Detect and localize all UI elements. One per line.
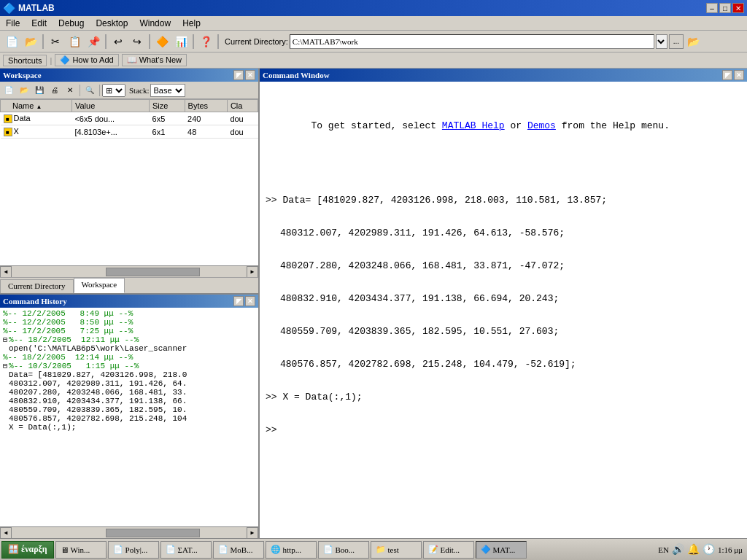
- history-entry[interactable]: 480207.280, 4203248.066, 168.481, 33.: [3, 388, 255, 397]
- command-window-title-bar: Command Window ◤ ✕: [260, 69, 747, 82]
- history-horizontal-scrollbar[interactable]: ◀ ▶: [0, 526, 258, 538]
- scroll-left-arrow[interactable]: ◀: [0, 266, 12, 278]
- history-undock-button[interactable]: ◤: [233, 296, 244, 306]
- main-content: Workspace ◤ ✕ 📄 📂 💾 🖨 ✕ 🔍 ⊞☰ Stack:: [0, 69, 747, 538]
- ws-save-button[interactable]: 💾: [32, 84, 47, 97]
- stack-select[interactable]: Base: [150, 84, 185, 97]
- history-scroll-track[interactable]: [12, 529, 247, 537]
- history-close-button[interactable]: ✕: [245, 296, 255, 306]
- cut-button[interactable]: ✂: [47, 33, 64, 50]
- how-to-add-button[interactable]: 🔷 How to Add: [55, 54, 118, 66]
- scroll-thumb[interactable]: [106, 268, 200, 276]
- tab-current-directory[interactable]: Current Directory: [0, 279, 74, 293]
- cmd-undock-button[interactable]: ◤: [722, 70, 732, 80]
- taskbar-item-test[interactable]: 📁 test: [371, 541, 422, 559]
- taskbar-item-win[interactable]: 🖥 Win...: [55, 541, 107, 559]
- panel-tabs: Current Directory Workspace: [0, 277, 258, 293]
- menu-debug[interactable]: Debug: [55, 18, 87, 29]
- redo-button[interactable]: ↪: [128, 33, 146, 50]
- history-scroll-thumb[interactable]: [106, 529, 200, 537]
- taskbar-item-mob[interactable]: 📄 MoB...: [213, 541, 264, 559]
- undo-button[interactable]: ↩: [109, 33, 127, 50]
- ws-new-var-button[interactable]: 📄: [1, 84, 16, 97]
- history-scroll-left[interactable]: ◀: [0, 527, 12, 539]
- new-file-button[interactable]: 📄: [3, 33, 20, 50]
- open-dir-button[interactable]: 📂: [685, 33, 703, 50]
- menu-file[interactable]: File: [3, 18, 23, 29]
- collapse-icon[interactable]: ⊟: [3, 335, 7, 344]
- toolbar: 📄 📂 ✂ 📋 📌 ↩ ↪ 🔶 📊 ❓ Current Directory: .…: [0, 31, 747, 52]
- history-entry[interactable]: X = Data(:,1);: [3, 423, 255, 432]
- tab-workspace[interactable]: Workspace: [74, 278, 125, 293]
- taskbar-icon-mat: 🔷: [481, 545, 491, 554]
- cmd-close-button[interactable]: ✕: [734, 70, 744, 80]
- taskbar-item-poly[interactable]: 📄 Poly|...: [108, 541, 159, 559]
- menu-desktop[interactable]: Desktop: [93, 18, 131, 29]
- demos-link[interactable]: Demos: [527, 120, 556, 131]
- history-content[interactable]: %-- 12/2/2005 8:49 μμ --% %-- 12/2/2005 …: [0, 308, 258, 526]
- workspace-horizontal-scrollbar[interactable]: ◀ ▶: [0, 265, 258, 277]
- history-entry[interactable]: 480312.007, 4202989.311, 191.426, 64.: [3, 379, 255, 388]
- paste-button[interactable]: 📌: [85, 33, 102, 50]
- history-entry[interactable]: 480832.910, 4203434.377, 191.138, 66.: [3, 397, 255, 405]
- ws-open-button[interactable]: 📂: [17, 84, 31, 97]
- taskbar-item-mat[interactable]: 🔷 MAT...: [476, 541, 527, 559]
- code-block[interactable]: >> Data= [481029.827, 4203126.998, 218.0…: [266, 173, 741, 457]
- col-header-name[interactable]: Name ▲: [1, 100, 72, 112]
- history-entry[interactable]: %-- 12/2/2005 8:49 μμ --%: [3, 309, 255, 318]
- menu-help[interactable]: Help: [179, 18, 204, 29]
- taskbar-item-edit[interactable]: 📝 Edit...: [423, 541, 474, 559]
- menu-window[interactable]: Window: [136, 18, 174, 29]
- history-entry[interactable]: %-- 12/2/2005 8:50 μμ --%: [3, 318, 255, 327]
- taskbar-item-boo[interactable]: 📄 Boo...: [318, 541, 369, 559]
- help-button[interactable]: ❓: [197, 33, 214, 50]
- ws-filter-button[interactable]: 🔍: [82, 84, 97, 97]
- maximize-button[interactable]: □: [719, 3, 731, 13]
- history-entry[interactable]: %-- 17/2/2005 7:25 μμ --%: [3, 327, 255, 335]
- col-header-size[interactable]: Size: [150, 100, 185, 112]
- collapse-icon-2[interactable]: ⊟: [3, 362, 7, 370]
- current-directory-dropdown[interactable]: [656, 34, 667, 49]
- browse-button[interactable]: ...: [669, 34, 684, 49]
- minimize-button[interactable]: –: [706, 3, 718, 13]
- current-directory-input[interactable]: [290, 34, 654, 49]
- copy-button[interactable]: 📋: [66, 33, 83, 50]
- ws-delete-button[interactable]: ✕: [63, 84, 77, 97]
- col-header-class[interactable]: Cla: [227, 100, 258, 112]
- history-entry[interactable]: %-- 18/2/2005 12:11 μμ --%: [9, 335, 139, 344]
- menu-bar: File Edit Debug Desktop Window Help: [0, 16, 747, 31]
- col-header-value[interactable]: Value: [71, 100, 149, 112]
- simulink-button[interactable]: 🔶: [153, 33, 171, 50]
- taskbar-item-http[interactable]: 🌐 http...: [266, 541, 317, 559]
- history-entry[interactable]: 480559.709, 4203839.365, 182.595, 10.: [3, 405, 255, 414]
- taskbar-icon-zat: 📄: [166, 545, 176, 554]
- history-entry[interactable]: Data= [481029.827, 4203126.998, 218.0: [3, 370, 255, 379]
- history-entry[interactable]: 480576.857, 4202782.698, 215.248, 104: [3, 414, 255, 423]
- guide-button[interactable]: 📊: [172, 33, 190, 50]
- col-header-bytes[interactable]: Bytes: [185, 100, 227, 112]
- shortcuts-button[interactable]: Shortcuts: [3, 55, 47, 66]
- table-row[interactable]: ■X [4.8103e+... 6x1 48 dou: [1, 125, 258, 139]
- history-entry[interactable]: open('C:\MATLAB6p5\work\Laser_scanner: [3, 344, 255, 353]
- history-scroll-right[interactable]: ▶: [247, 527, 258, 539]
- whats-new-button[interactable]: 📖 What's New: [122, 54, 187, 66]
- ws-view-select[interactable]: ⊞☰: [102, 84, 125, 97]
- workspace-undock-button[interactable]: ◤: [233, 70, 244, 80]
- history-entry[interactable]: %-- 10/3/2005 1:15 μμ --%: [9, 362, 139, 370]
- matlab-help-link[interactable]: MATLAB Help: [442, 120, 505, 131]
- taskbar-item-zat[interactable]: 📄 ΣAT...: [160, 541, 212, 559]
- taskbar-icon-win: 🖥: [61, 545, 69, 554]
- cmd-prompt-line[interactable]: >>: [266, 424, 741, 435]
- ws-print-button[interactable]: 🖨: [47, 84, 62, 97]
- open-button[interactable]: 📂: [22, 33, 39, 50]
- scroll-track[interactable]: [12, 268, 247, 276]
- scroll-right-arrow[interactable]: ▶: [247, 266, 258, 278]
- start-button[interactable]: 🪟 έναρξη: [1, 541, 54, 559]
- history-entry[interactable]: %-- 18/2/2005 12:14 μμ --%: [3, 353, 255, 362]
- menu-edit[interactable]: Edit: [28, 18, 50, 29]
- table-row[interactable]: ■Data <6x5 dou... 6x5 240 dou: [1, 112, 258, 125]
- close-button[interactable]: ✕: [732, 3, 744, 13]
- workspace-close-button[interactable]: ✕: [245, 70, 255, 80]
- command-window-content[interactable]: To get started, select MATLAB Help or De…: [260, 82, 747, 538]
- tray-clock-icon: 🕐: [703, 543, 715, 556]
